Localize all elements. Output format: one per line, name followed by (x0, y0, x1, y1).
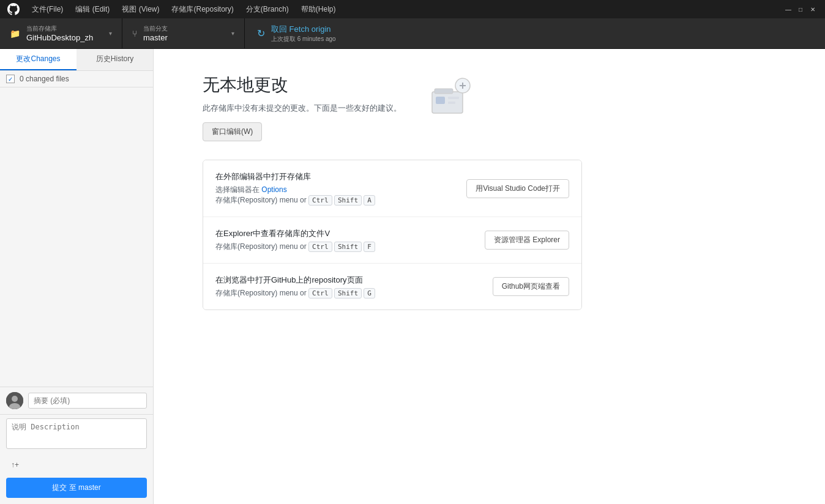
card-open-editor: 在外部编辑器中打开存储库 选择编辑器在 Options 存储库(Reposito… (203, 160, 581, 217)
summary-input[interactable] (28, 393, 147, 409)
f-key: F (364, 242, 375, 252)
description-input[interactable] (6, 418, 147, 449)
branch-name: master (143, 33, 168, 42)
github-logo-icon (7, 3, 20, 15)
card-editor-menu-text: 存储库(Repository) menu or (215, 196, 308, 204)
select-all-checkbox[interactable]: ✓ (6, 75, 15, 83)
sidebar-tabs: 更改Changes 历史History (0, 49, 153, 71)
repo-name: GitHubDesktop_zh (26, 33, 93, 42)
branch-icon: ⑂ (132, 29, 137, 39)
no-changes-section: 无本地更改 此存储库中没有未提交的更改。下面是一些友好的建议。 窗口编辑(W) (203, 73, 582, 141)
card-github-left: 在浏览器中打开GitHub上的repository页面 存储库(Reposito… (215, 275, 375, 298)
menu-edit[interactable]: 编辑 (Edit) (69, 2, 116, 17)
description-area (0, 415, 153, 454)
branch-chevron-icon: ▾ (231, 30, 234, 37)
file-count: 0 changed files (20, 75, 69, 83)
shift-key-3: Shift (334, 288, 362, 298)
maximize-button[interactable]: □ (796, 4, 805, 14)
titlebar: 文件(File) 编辑 (Edit) 视图 (View) 存储库(Reposit… (0, 0, 825, 18)
current-repo-section[interactable]: 📁 当前存储库 GitHubDesktop_zh ▾ (0, 18, 122, 48)
toolbar: 📁 当前存储库 GitHubDesktop_zh ▾ ⑂ 当前分支 master… (0, 18, 825, 49)
card-editor-subtitle-prefix: 选择编辑器在 (215, 185, 261, 194)
close-button[interactable]: ✕ (808, 4, 818, 14)
repo-icon: 📁 (10, 29, 20, 39)
avatar (6, 392, 23, 409)
current-branch-section[interactable]: ⑂ 当前分支 master ▾ (122, 18, 245, 48)
menu-help[interactable]: 帮助(Help) (295, 2, 342, 17)
main-content: 无本地更改 此存储库中没有未提交的更改。下面是一些友好的建议。 窗口编辑(W) (154, 49, 825, 504)
minimize-button[interactable]: — (783, 4, 793, 14)
ctrl-key-2: Ctrl (308, 242, 332, 252)
fetch-title: 取回 Fetch origin (271, 24, 336, 35)
tab-changes[interactable]: 更改Changes (0, 49, 77, 70)
shift-key-1: Shift (334, 195, 362, 206)
no-changes-desc: 此存储库中没有未提交的更改。下面是一些友好的建议。 (203, 103, 401, 114)
main-layout: 更改Changes 历史History ✓ 0 changed files (0, 49, 825, 504)
card-github-menu-text: 存储库(Repository) menu or (215, 289, 308, 297)
svg-rect-6 (448, 102, 455, 104)
card-editor-left: 在外部编辑器中打开存储库 选择编辑器在 Options 存储库(Reposito… (215, 171, 375, 206)
a-key-1: A (364, 195, 375, 206)
branch-label: 当前分支 (143, 24, 168, 33)
ctrl-key-1: Ctrl (308, 195, 332, 206)
open-github-web-button[interactable]: Github网页端查看 (493, 277, 569, 296)
card-open-explorer: 在Explorer中查看存储库的文件V 存储库(Repository) menu… (203, 217, 581, 264)
menu-branch[interactable]: 分支(Branch) (240, 2, 295, 17)
commit-header (0, 387, 153, 415)
card-editor-shortcut: 存储库(Repository) menu or Ctrl Shift A (215, 195, 375, 206)
menu-bar: 文件(File) 编辑 (Edit) 视图 (View) 存储库(Reposit… (26, 2, 783, 17)
card-github-shortcut: 存储库(Repository) menu or Ctrl Shift G (215, 288, 375, 298)
window-controls: — □ ✕ (783, 4, 818, 14)
card-github-title: 在浏览器中打开GitHub上的repository页面 (215, 275, 375, 286)
card-editor-title: 在外部编辑器中打开存储库 (215, 171, 375, 182)
illustration (426, 73, 475, 124)
ctrl-key-3: Ctrl (308, 288, 332, 298)
file-list-area (0, 87, 153, 387)
shift-key-2: Shift (334, 242, 362, 252)
svg-point-1 (12, 396, 18, 402)
card-explorer-menu-text: 存储库(Repository) menu or (215, 242, 308, 251)
commit-footer: ↑+ (0, 454, 153, 478)
cards-container: 在外部编辑器中打开存储库 选择编辑器在 Options 存储库(Reposito… (203, 160, 582, 310)
card-explorer-left: 在Explorer中查看存储库的文件V 存储库(Repository) menu… (215, 228, 375, 252)
open-editor-button[interactable]: 窗口编辑(W) (203, 122, 262, 141)
card-explorer-title: 在Explorer中查看存储库的文件V (215, 228, 375, 239)
coauthors-icon: ↑+ (11, 461, 19, 469)
open-vscode-button[interactable]: 用Visual Studio Code打开 (466, 179, 569, 198)
card-open-github: 在浏览器中打开GitHub上的repository页面 存储库(Reposito… (203, 264, 581, 309)
fetch-origin-section[interactable]: ↻ 取回 Fetch origin 上次提取 6 minutes ago (245, 18, 379, 48)
card-editor-options-link[interactable]: Options (261, 185, 286, 194)
svg-rect-5 (448, 97, 459, 99)
tab-history[interactable]: 历史History (77, 49, 153, 70)
menu-file[interactable]: 文件(File) (26, 2, 69, 17)
no-changes-text: 无本地更改 此存储库中没有未提交的更改。下面是一些友好的建议。 窗口编辑(W) (203, 73, 401, 141)
svg-rect-7 (435, 89, 453, 94)
no-changes-title: 无本地更改 (203, 73, 401, 97)
sidebar: 更改Changes 历史History ✓ 0 changed files (0, 49, 154, 504)
card-explorer-shortcut: 存储库(Repository) menu or Ctrl Shift F (215, 242, 375, 252)
commit-button[interactable]: 提交 至 master (6, 478, 147, 498)
menu-view[interactable]: 视图 (View) (116, 2, 165, 17)
card-editor-subtitle: 选择编辑器在 Options (215, 185, 375, 195)
svg-rect-4 (436, 97, 445, 104)
repo-chevron-icon: ▾ (109, 30, 112, 37)
menu-repository[interactable]: 存储库(Repository) (165, 2, 239, 17)
file-list-header: ✓ 0 changed files (0, 71, 153, 87)
fetch-subtitle: 上次提取 6 minutes ago (271, 35, 336, 43)
coauthors-button[interactable]: ↑+ (6, 458, 24, 473)
commit-area: ↑+ 提交 至 master (0, 387, 153, 504)
g-key: G (364, 288, 375, 298)
repo-label: 当前存储库 (26, 24, 93, 33)
open-explorer-button[interactable]: 资源管理器 Explorer (485, 231, 569, 250)
fetch-icon: ↻ (257, 28, 265, 39)
